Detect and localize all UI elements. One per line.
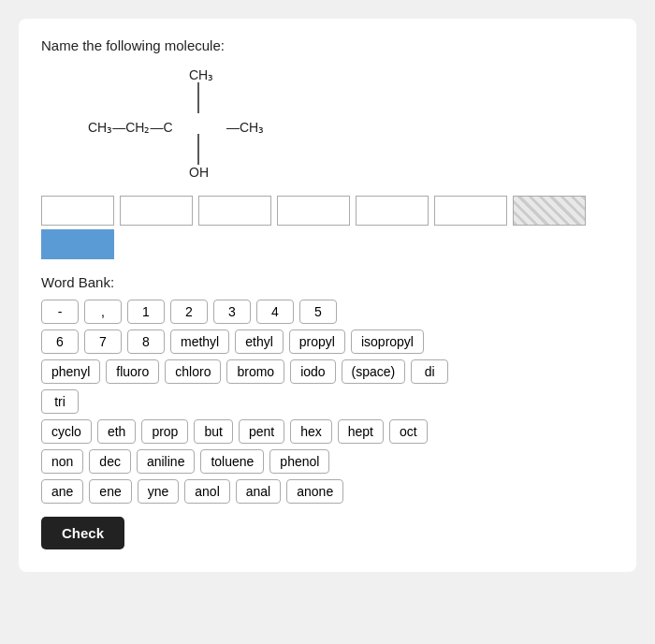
chip-8[interactable]: 8 bbox=[127, 329, 165, 354]
chip-propyl[interactable]: propyl bbox=[289, 329, 345, 354]
wordbank-row-1: - , 1 2 3 4 5 bbox=[41, 300, 614, 324]
chip-ethyl[interactable]: ethyl bbox=[235, 329, 284, 354]
answer-box-2[interactable] bbox=[120, 196, 193, 226]
answer-box-1[interactable] bbox=[41, 196, 114, 226]
chip-anone[interactable]: anone bbox=[286, 479, 343, 504]
answer-box-7[interactable] bbox=[513, 196, 586, 226]
chip-5[interactable]: 5 bbox=[299, 300, 337, 324]
chip-7[interactable]: 7 bbox=[84, 329, 122, 354]
molecule-diagram: CH₃ CH₃—CH₂—C —CH₃ OH bbox=[69, 66, 614, 179]
wordbank-row-2: 6 7 8 methyl ethyl propyl isopropyl bbox=[41, 329, 614, 354]
chip-ene[interactable]: ene bbox=[89, 479, 131, 504]
chip-ane[interactable]: ane bbox=[41, 479, 83, 504]
oh-bottom: OH bbox=[189, 165, 209, 179]
chip-comma[interactable]: , bbox=[84, 300, 122, 324]
wordbank-row-6: non dec aniline toluene phenol bbox=[41, 449, 614, 474]
chip-isopropyl[interactable]: isopropyl bbox=[351, 329, 424, 354]
chip-oct[interactable]: oct bbox=[389, 419, 428, 444]
chip-3[interactable]: 3 bbox=[213, 300, 251, 324]
chip-hept[interactable]: hept bbox=[338, 419, 384, 444]
ch3-top: CH₃ bbox=[189, 67, 213, 82]
chip-2[interactable]: 2 bbox=[170, 300, 208, 324]
chip-non[interactable]: non bbox=[41, 449, 83, 474]
wordbank-label: Word Bank: bbox=[41, 274, 614, 290]
chip-aniline[interactable]: aniline bbox=[137, 449, 195, 474]
wordbank-row-5: cyclo eth prop but pent hex hept oct bbox=[41, 419, 614, 444]
chip-methyl[interactable]: methyl bbox=[170, 329, 229, 354]
answer-box-4[interactable] bbox=[277, 196, 350, 226]
chip-yne[interactable]: yne bbox=[138, 479, 180, 504]
ch3-right: —CH₃ bbox=[226, 120, 264, 135]
chip-phenol[interactable]: phenol bbox=[269, 449, 329, 474]
chip-iodo[interactable]: iodo bbox=[290, 359, 335, 384]
answer-box-filled[interactable] bbox=[41, 229, 114, 259]
chip-di[interactable]: di bbox=[411, 359, 448, 384]
chip-chloro[interactable]: chloro bbox=[165, 359, 221, 384]
answer-box-6[interactable] bbox=[434, 196, 507, 226]
chip-dec[interactable]: dec bbox=[89, 449, 131, 474]
answer-boxes-row bbox=[41, 196, 614, 226]
chip-prop[interactable]: prop bbox=[141, 419, 188, 444]
chip-space[interactable]: (space) bbox=[342, 359, 406, 384]
instruction-text: Name the following molecule: bbox=[41, 37, 614, 53]
ch3-ch2-left: CH₃—CH₂—C bbox=[88, 120, 173, 135]
chip-but[interactable]: but bbox=[194, 419, 232, 444]
chip-toluene[interactable]: toluene bbox=[200, 449, 264, 474]
chip-1[interactable]: 1 bbox=[127, 300, 165, 324]
molecule-svg: CH₃ CH₃—CH₂—C —CH₃ OH bbox=[69, 66, 331, 179]
chip-6[interactable]: 6 bbox=[41, 329, 79, 354]
chip-4[interactable]: 4 bbox=[256, 300, 294, 324]
chip-bromo[interactable]: bromo bbox=[226, 359, 284, 384]
wordbank-row-4: tri bbox=[41, 389, 614, 414]
chip-hex[interactable]: hex bbox=[290, 419, 332, 444]
chip-dash[interactable]: - bbox=[41, 300, 79, 324]
wordbank-row-3: phenyl fluoro chloro bromo iodo (space) … bbox=[41, 359, 614, 384]
chip-tri[interactable]: tri bbox=[41, 389, 79, 414]
chip-cyclo[interactable]: cyclo bbox=[41, 419, 92, 444]
chip-anal[interactable]: anal bbox=[236, 479, 281, 504]
answer-box-3[interactable] bbox=[198, 196, 271, 226]
main-container: Name the following molecule: CH₃ CH₃—CH₂… bbox=[19, 19, 636, 572]
chip-pent[interactable]: pent bbox=[239, 419, 284, 444]
answer-box-5[interactable] bbox=[356, 196, 429, 226]
chip-eth[interactable]: eth bbox=[97, 419, 136, 444]
wordbank-grid: - , 1 2 3 4 5 6 7 8 methyl ethyl propyl … bbox=[41, 300, 614, 504]
chip-phenyl[interactable]: phenyl bbox=[41, 359, 100, 384]
wordbank-row-7: ane ene yne anol anal anone bbox=[41, 479, 614, 504]
chip-fluoro[interactable]: fluoro bbox=[106, 359, 159, 384]
check-button[interactable]: Check bbox=[41, 517, 124, 549]
chip-anol[interactable]: anol bbox=[184, 479, 229, 504]
